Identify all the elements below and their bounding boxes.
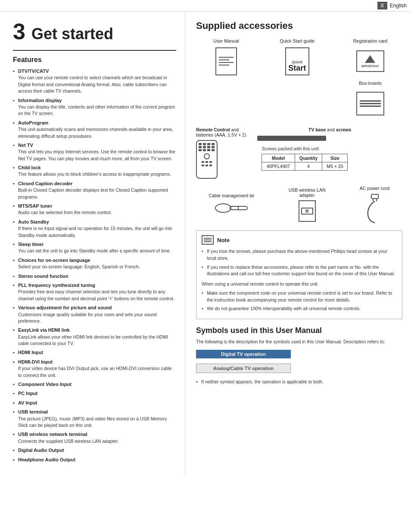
feature-name: PLL frequency synthesized tuning: [18, 282, 176, 289]
r-btn: [199, 149, 202, 151]
screws-info: Screws packed with this unit: Model Quan…: [257, 146, 402, 171]
accessories-top-row: User Manual Quick Start guide Quick Star…: [196, 38, 402, 118]
ni-line: [204, 241, 212, 242]
remote-control-label: Remote Control and batteries (AAA, 1.5V …: [196, 127, 246, 137]
r-sb: [202, 165, 204, 166]
analog-tv-badge: Analog/Cable TV operation: [196, 364, 291, 373]
list-item: Net TV This unit lets you enjoy Internet…: [13, 142, 176, 162]
symbol-foot-note: If neither symbol appears, the operation…: [196, 379, 402, 384]
r-sb: [202, 161, 204, 163]
registration-card-label: Registration card: [353, 38, 387, 44]
remote-circle-btn: [204, 153, 210, 159]
feature-name: USB terminal: [18, 409, 176, 415]
list-item: Headphone Audio Output: [13, 457, 176, 463]
list-item: Component Video Input: [13, 381, 176, 388]
list-item: Closed Caption decoder Built-in Closed C…: [13, 180, 176, 200]
list-item: USB terminal The picture (JPEG), music (…: [13, 409, 176, 429]
feature-name: Child lock: [18, 165, 176, 171]
r-btn: [207, 146, 210, 148]
remote-control-image: [196, 140, 218, 179]
symbols-title: Symbols used in this User Manual: [196, 326, 402, 335]
left-column: 3 Get started Features DTV/TV/CATV You c…: [0, 12, 185, 474]
universal-remote-intro: When using a universal remote control to…: [202, 281, 397, 288]
feature-name: Choices for on-screen language: [18, 257, 176, 264]
remote-label-text: Remote Control: [196, 127, 230, 132]
line: [360, 103, 381, 104]
feature-desc: This unit automatically scans and memori…: [18, 127, 173, 138]
list-item: MTS/SAP tuner Audio can be selected from…: [13, 203, 176, 216]
screws-col-quantity: Quantity: [295, 154, 322, 162]
line: [360, 100, 381, 102]
language-label: English: [390, 3, 407, 9]
feature-desc: Connects the supplied USB wireless LAN a…: [18, 439, 118, 444]
feature-desc: EasyLink allows your other HDMI link dev…: [18, 334, 168, 346]
cable-tie-svg: [215, 201, 249, 216]
feature-desc: Customizes image quality suitable for yo…: [18, 312, 157, 324]
ni-line: [204, 240, 212, 240]
list-item: Choices for on-screen language Select yo…: [13, 257, 176, 271]
feature-name: EasyLink via HDMI link: [18, 327, 176, 333]
note-title: Note: [217, 237, 230, 243]
tv-base-section: TV base and screws Screws packed with th…: [250, 127, 402, 171]
list-item: HDMI Input: [13, 349, 176, 356]
feature-name: HDMI Input: [18, 349, 176, 356]
list-item: PLL frequency synthesized tuning Provide…: [13, 282, 176, 302]
remote-control-item: Remote Control and batteries (AAA, 1.5V …: [196, 127, 246, 179]
feature-desc: If your video device has DVI Output jack…: [18, 366, 172, 377]
r-btn: [203, 146, 206, 148]
note-bullet-4: We do not guarantee 100% interoperabilit…: [202, 305, 397, 312]
usb-adapter-label: USB wireless LANadapter: [289, 187, 326, 198]
feature-desc: This unit lets you enjoy Internet servic…: [18, 149, 175, 161]
screws-col-size: Size: [322, 154, 348, 162]
r-btn: [199, 146, 202, 148]
feature-name: AV Input: [18, 400, 176, 406]
quick-start-label: Quick Start guide: [280, 38, 315, 44]
feature-name: HDMI-DVI Input: [18, 359, 176, 365]
svg-rect-3: [371, 194, 378, 199]
line: [219, 57, 234, 58]
feature-name: Auto Standby: [18, 219, 176, 225]
start-label: Start: [288, 64, 306, 72]
line: [219, 62, 234, 63]
tv-base-label: TV base and screws: [257, 127, 402, 132]
right-column: Supplied accessories User Manual Quick S…: [185, 12, 411, 474]
line: [219, 65, 229, 65]
main-layout: 3 Get started Features DTV/TV/CATV You c…: [0, 12, 411, 474]
accessories-title: Supplied accessories: [196, 20, 402, 31]
quick-label: Quick: [292, 60, 302, 64]
digital-badge-wrapper: Digital TV operation: [196, 350, 402, 361]
feature-desc: Provides free and easy channel selection…: [18, 289, 174, 301]
feature-desc: Select your on-screen language: English,…: [18, 264, 140, 269]
feature-name: Stereo sound function: [18, 273, 176, 280]
r-btn: [203, 149, 206, 151]
r-btn: [199, 143, 202, 145]
user-manual-image: [215, 47, 237, 75]
tv-base-text: TV base: [308, 127, 326, 132]
r-sb: [209, 165, 212, 166]
features-title: Features: [13, 56, 176, 64]
note-header: Note: [202, 235, 397, 245]
chapter-title: Get started: [31, 25, 113, 43]
registration-card-image: IMPORTANT: [356, 50, 384, 72]
screws-col-model: Model: [262, 154, 295, 162]
note-text: If you lose the screws, please purchase …: [202, 248, 397, 312]
box-inserts-label: Box-inserts: [355, 81, 385, 86]
feature-desc: Built-in Closed Caption decoder displays…: [18, 187, 168, 199]
list-item: PC Input: [13, 390, 176, 397]
feature-name: Sleep timer: [18, 241, 176, 248]
feature-desc: This feature allows you to block childre…: [18, 171, 171, 177]
page-number: 8: [377, 2, 387, 9]
line: [219, 59, 229, 60]
list-item: Child lock This feature allows you to bl…: [13, 165, 176, 178]
analog-badge-wrapper: Analog/Cable TV operation: [196, 364, 402, 376]
ac-cord-image: [363, 193, 386, 224]
r-btn: [207, 143, 210, 145]
feature-name: Various adjustment for picture and sound: [18, 305, 176, 311]
user-manual-item: User Manual: [211, 38, 241, 118]
quick-start-item: Quick Start guide Quick Start: [280, 38, 315, 118]
feature-list: DTV/TV/CATV You can use your remote cont…: [13, 68, 176, 463]
screws-size: M5 × 20: [322, 162, 348, 171]
batteries-label: batteries (AAA, 1.5V × 2): [196, 132, 246, 137]
screws-info-label: Screws packed with this unit:: [262, 146, 402, 151]
cable-tie-image: [215, 201, 249, 217]
